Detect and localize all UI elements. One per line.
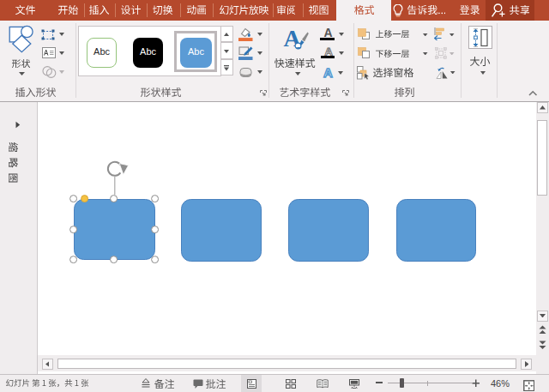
svg-text:A: A [324, 46, 333, 57]
svg-text:A: A [323, 66, 333, 78]
